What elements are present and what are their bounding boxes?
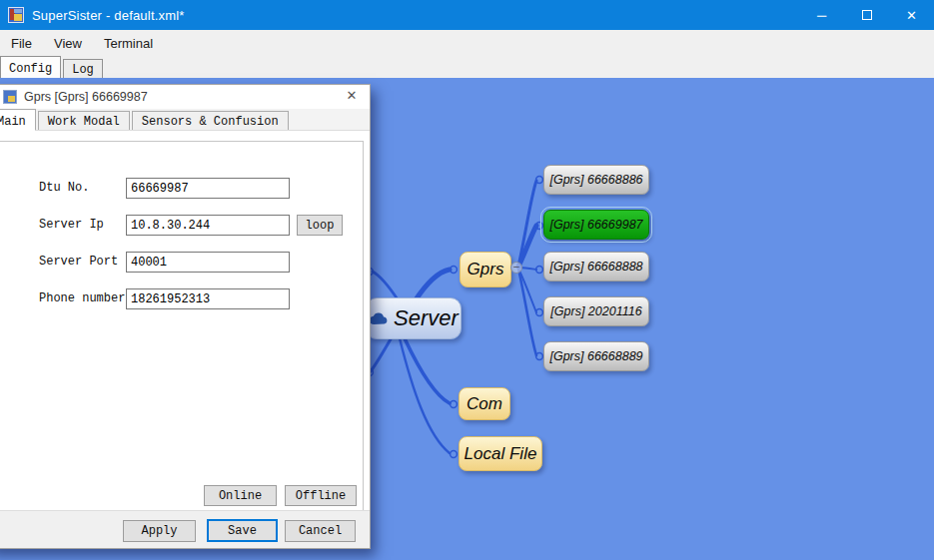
app-icon <box>8 7 24 23</box>
menu-terminal[interactable]: Terminal <box>93 32 164 55</box>
node-gprs-66669987-selected[interactable]: [Gprs] 66669987 <box>543 210 649 240</box>
node-gprs-66668886[interactable]: [Gprs] 66668886 <box>543 165 649 195</box>
minimize-icon[interactable]: ─ <box>799 0 844 30</box>
main-tabstrip: Config Log <box>0 56 934 78</box>
tab-main[interactable]: Main <box>0 109 36 131</box>
gprs-settings-dialog: Gprs [Gprs] 66669987 ✕ Main Work Modal S… <box>0 84 371 549</box>
save-button[interactable]: Save <box>207 519 278 542</box>
server-ip-field[interactable] <box>126 215 290 236</box>
dialog-close-icon[interactable]: ✕ <box>343 88 361 103</box>
server-ip-label: Server Ip <box>39 218 104 232</box>
tab-sensors-confusion[interactable]: Sensors & Confusion <box>132 111 289 130</box>
dialog-footer: Apply Save Cancel <box>0 510 370 548</box>
tab-config[interactable]: Config <box>0 56 61 78</box>
dtu-no-label: Dtu No. <box>39 181 89 195</box>
dialog-main-page: Dtu No. Server Ip loop Server Port Phone… <box>0 131 370 512</box>
menu-bar: File View Terminal <box>0 30 934 56</box>
online-button[interactable]: Online <box>204 485 277 506</box>
offline-button[interactable]: Offline <box>285 485 357 506</box>
node-label: [Gprs] 66668889 <box>549 349 642 363</box>
menu-file[interactable]: File <box>0 32 43 55</box>
cloud-icon <box>369 311 389 325</box>
server-ip-row: Server Ip loop <box>0 215 363 236</box>
window-controls: ─ ✕ <box>799 0 934 30</box>
dialog-title: Gprs [Gprs] 66669987 <box>24 90 148 104</box>
node-label: Local File <box>465 444 537 464</box>
node-label: [Gprs] 20201116 <box>550 304 641 318</box>
node-label: [Gprs] 66668886 <box>549 173 642 187</box>
dtu-no-field[interactable] <box>126 178 290 199</box>
node-label: [Gprs] 66668888 <box>549 260 642 274</box>
phone-number-field[interactable] <box>126 288 290 309</box>
phone-number-row: Phone number <box>0 288 363 309</box>
application-window: SuperSister - default.xml* ─ ✕ File View… <box>0 0 934 560</box>
window-title: SuperSister - default.xml* <box>32 8 185 23</box>
dialog-title-bar[interactable]: Gprs [Gprs] 66669987 ✕ <box>0 85 370 109</box>
node-label: Gprs <box>467 260 504 280</box>
settings-panel: Dtu No. Server Ip loop Server Port Phone… <box>0 141 364 511</box>
node-label: Com <box>467 394 502 414</box>
node-label: [Gprs] 66669987 <box>549 218 642 232</box>
server-port-label: Server Port <box>39 255 118 269</box>
dtu-no-row: Dtu No. <box>0 178 363 199</box>
form-icon <box>3 90 17 104</box>
cancel-button[interactable]: Cancel <box>285 520 356 542</box>
server-port-field[interactable] <box>126 252 290 273</box>
title-bar: SuperSister - default.xml* ─ ✕ <box>0 0 934 30</box>
node-gprs-20201116[interactable]: [Gprs] 20201116 <box>543 296 649 326</box>
node-gprs[interactable]: Gprs <box>460 252 511 287</box>
loop-button[interactable]: loop <box>297 215 343 236</box>
close-icon[interactable]: ✕ <box>889 0 934 30</box>
node-gprs-66668889[interactable]: [Gprs] 66668889 <box>543 341 649 371</box>
node-com[interactable]: Com <box>459 387 510 420</box>
node-local-file[interactable]: Local File <box>459 436 542 471</box>
node-label: Server <box>394 305 459 331</box>
collapse-icon[interactable]: − <box>510 262 522 274</box>
maximize-icon[interactable] <box>844 0 889 30</box>
dialog-tabstrip: Main Work Modal Sensors & Confusion <box>0 109 370 131</box>
node-server[interactable]: Server <box>366 297 462 339</box>
menu-view[interactable]: View <box>43 32 93 55</box>
tab-work-modal[interactable]: Work Modal <box>38 111 130 130</box>
node-gprs-66668888[interactable]: [Gprs] 66668888 <box>543 252 649 281</box>
phone-number-label: Phone number <box>39 291 125 305</box>
tab-log[interactable]: Log <box>63 59 103 78</box>
server-port-row: Server Port <box>0 252 363 273</box>
apply-button[interactable]: Apply <box>123 520 196 542</box>
